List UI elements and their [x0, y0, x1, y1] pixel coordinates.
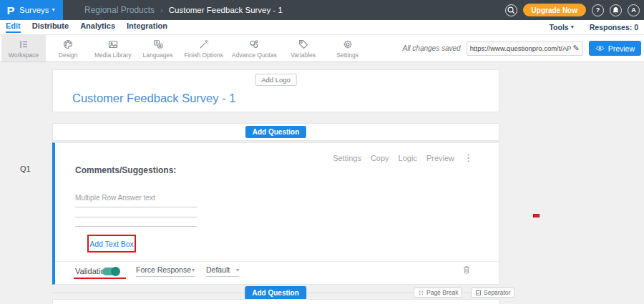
add-question-strip: Add Question: [52, 123, 499, 141]
validation-toggle[interactable]: [102, 268, 119, 275]
survey-header-card: Add Logo Customer Feedback Survey - 1: [52, 69, 499, 112]
add-question-button-top[interactable]: Add Question: [245, 126, 307, 138]
surveys-menu[interactable]: Surveys ▾: [19, 6, 55, 14]
workspace-icon: [18, 39, 29, 50]
section-tabbar: Edit Distribute Analytics Integration To…: [0, 20, 644, 34]
next-section-card: [52, 299, 499, 304]
survey-url-input[interactable]: [470, 44, 572, 52]
chevron-down-icon: ▾: [571, 24, 574, 30]
breadcrumb-separator-icon: ›: [160, 6, 163, 14]
answer-placeholder[interactable]: Multiple Row Answer text: [75, 194, 155, 202]
upgrade-now-button[interactable]: Upgrade Now: [523, 4, 586, 16]
breadcrumb-current: Customer Feedback Survey - 1: [169, 6, 283, 14]
trash-icon: [462, 265, 472, 275]
quotas-icon: [248, 39, 260, 50]
toolbar-item-media-library[interactable]: Media Library: [90, 35, 136, 62]
survey-url-box: ✎: [467, 41, 583, 56]
force-response-dropdown[interactable]: Force Response ▾: [136, 265, 195, 277]
bell-icon: [610, 5, 621, 16]
tools-menu[interactable]: Tools ▾: [549, 23, 573, 31]
page-break-icon: [418, 290, 424, 296]
tab-edit[interactable]: Edit: [6, 21, 21, 33]
toolbar-item-advance-quotas[interactable]: Advance Quotas: [228, 35, 281, 62]
magic-wand-icon: [198, 39, 210, 50]
edit-url-pencil-icon[interactable]: ✎: [572, 44, 579, 53]
add-text-box-highlight-annotation: Add Text Box: [87, 235, 136, 252]
add-text-box-link[interactable]: Add Text Box: [89, 240, 134, 248]
notifications-button[interactable]: [610, 4, 622, 16]
translate-icon: [152, 39, 164, 50]
questionpro-logo-icon: P: [6, 4, 14, 16]
question-logic-link[interactable]: Logic: [399, 154, 417, 162]
chevron-down-icon: ▾: [192, 267, 195, 273]
separator-checkbox-icon: [475, 290, 482, 296]
validation-underline-annotation: [74, 278, 126, 279]
default-option-dropdown[interactable]: Default ▾: [206, 265, 239, 277]
add-question-button-bottom[interactable]: Add Question: [245, 286, 306, 300]
question-copy-link[interactable]: Copy: [371, 154, 389, 162]
add-logo-button[interactable]: Add Logo: [255, 74, 297, 86]
red-dash-annotation: [533, 214, 540, 217]
question-card: Settings Copy Logic Preview ⋮ Comments/S…: [52, 142, 499, 285]
question-actions: Settings Copy Logic Preview ⋮: [333, 152, 473, 163]
chevron-down-icon: ▾: [52, 7, 55, 13]
chevron-down-icon: ▾: [236, 267, 239, 273]
toolbar-item-finish-options[interactable]: Finish Options: [180, 35, 228, 62]
survey-editor-app: P Surveys ▾ Regional Products › Customer…: [0, 0, 644, 304]
delete-question-button[interactable]: [462, 265, 472, 278]
toolbar-right: All changes saved ✎ Preview: [402, 34, 641, 62]
breadcrumb: Regional Products › Customer Feedback Su…: [84, 5, 283, 15]
toolbar-item-workspace[interactable]: Workspace: [1, 35, 46, 62]
question-footer-divider: [55, 261, 499, 262]
toolbar-item-languages[interactable]: Languages: [136, 35, 180, 62]
tab-integration[interactable]: Integration: [127, 21, 167, 33]
answer-row-line[interactable]: [75, 217, 197, 217]
tab-analytics[interactable]: Analytics: [80, 21, 115, 33]
palette-icon: [62, 39, 74, 50]
product-switcher[interactable]: P Surveys ▾: [0, 0, 63, 20]
answer-row-line[interactable]: [75, 226, 197, 227]
toggle-knob: [111, 267, 120, 276]
image-icon: [107, 39, 119, 50]
question-number-label: Q1: [20, 165, 31, 173]
question-preview-link[interactable]: Preview: [426, 154, 454, 162]
eye-icon: [595, 44, 605, 53]
answer-row-line[interactable]: [75, 207, 197, 207]
breadcrumb-parent[interactable]: Regional Products: [84, 5, 155, 15]
topbar-actions: Upgrade Now ? A: [505, 0, 640, 20]
save-status: All changes saved: [402, 44, 460, 52]
toolbar-item-variables[interactable]: Variables: [281, 35, 326, 62]
toolbar-item-settings[interactable]: Settings: [326, 35, 370, 62]
gear-icon: [342, 39, 353, 50]
search-icon: [506, 5, 517, 16]
tab-distribute[interactable]: Distribute: [32, 21, 69, 33]
question-settings-link[interactable]: Settings: [333, 154, 361, 162]
more-options-icon[interactable]: ⋮: [464, 152, 473, 163]
question-text[interactable]: Comments/Suggestions:: [75, 165, 176, 175]
responses-count[interactable]: Responses: 0: [590, 23, 638, 31]
help-button[interactable]: ?: [592, 4, 604, 16]
page-break-button[interactable]: Page Break: [414, 288, 462, 298]
survey-title[interactable]: Customer Feedback Survey - 1: [72, 92, 235, 105]
top-navigation-bar: P Surveys ▾ Regional Products › Customer…: [0, 0, 644, 20]
separator-button[interactable]: Separator: [471, 288, 514, 298]
toolbar-item-design[interactable]: Design: [46, 35, 90, 62]
account-avatar[interactable]: A: [628, 4, 640, 16]
tag-icon: [298, 39, 309, 50]
preview-button[interactable]: Preview: [589, 41, 641, 56]
search-button[interactable]: [505, 4, 517, 16]
